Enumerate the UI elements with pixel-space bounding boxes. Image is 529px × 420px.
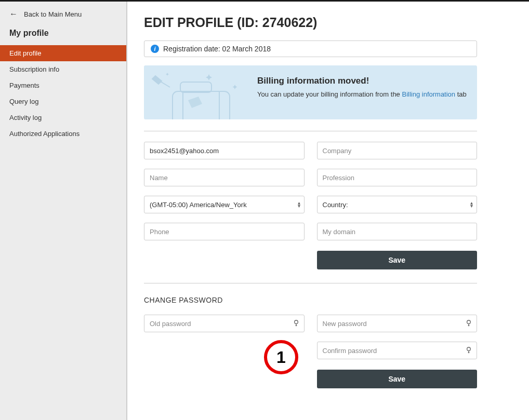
- info-icon: i: [151, 45, 159, 53]
- timezone-select[interactable]: (GMT-05:00) America/New_York: [144, 196, 305, 213]
- sidebar: ← Back to Main Menu My profile Edit prof…: [0, 2, 127, 420]
- domain-field[interactable]: [317, 223, 478, 240]
- suitcase-illustration: [144, 65, 248, 119]
- sidebar-item-subscription-info[interactable]: Subscription info: [0, 61, 126, 77]
- billing-notice-post: tab: [455, 90, 467, 98]
- key-icon: [465, 319, 473, 328]
- page-title: EDIT PROFILE (ID: 2740622): [144, 15, 477, 30]
- svg-point-5: [467, 320, 471, 324]
- change-password-heading: CHANGE PASSWORD: [144, 296, 477, 304]
- sidebar-item-authorized-applications[interactable]: Authorized Applications: [0, 126, 126, 142]
- password-form: [144, 315, 477, 359]
- sidebar-item-edit-profile[interactable]: Edit profile: [0, 45, 126, 61]
- sidebar-item-activity-log[interactable]: Activity log: [0, 110, 126, 126]
- annotation-number: 1: [276, 348, 286, 367]
- new-password-field[interactable]: [317, 315, 478, 332]
- name-field[interactable]: [144, 169, 305, 186]
- svg-point-6: [467, 347, 471, 351]
- divider: [144, 283, 477, 283]
- svg-point-4: [294, 320, 298, 324]
- back-to-main-link[interactable]: ← Back to Main Menu: [0, 2, 126, 25]
- company-field[interactable]: [317, 142, 478, 159]
- billing-information-link[interactable]: Billing information: [402, 90, 455, 98]
- divider: [144, 131, 477, 131]
- country-select[interactable]: Country:: [317, 196, 478, 213]
- billing-notice-text: Billing information moved! You can updat…: [248, 65, 477, 119]
- arrow-left-icon: ←: [9, 10, 18, 18]
- svg-rect-0: [173, 91, 230, 119]
- sidebar-item-query-log[interactable]: Query log: [0, 93, 126, 110]
- profile-form: (GMT-05:00) America/New_York ▴▾ Country:…: [144, 142, 477, 240]
- confirm-password-field[interactable]: [317, 342, 478, 359]
- save-profile-button[interactable]: Save: [317, 251, 478, 269]
- phone-field[interactable]: [144, 223, 305, 240]
- billing-notice-pre: You can update your billing information …: [257, 90, 402, 98]
- sidebar-title: My profile: [0, 25, 126, 45]
- key-icon: [465, 346, 473, 355]
- sidebar-item-payments[interactable]: Payments: [0, 77, 126, 93]
- registration-banner: i Registration date: 02 March 2018: [144, 40, 477, 57]
- key-icon: [292, 319, 300, 328]
- email-field[interactable]: [144, 142, 305, 159]
- billing-moved-banner: Billing information moved! You can updat…: [144, 65, 477, 119]
- registration-date-text: Registration date: 02 March 2018: [163, 45, 271, 53]
- billing-notice-heading: Billing information moved!: [257, 76, 468, 86]
- old-password-field[interactable]: [144, 315, 305, 332]
- annotation-marker-1: 1: [264, 340, 298, 374]
- profession-field[interactable]: [317, 169, 478, 186]
- sidebar-nav: Edit profile Subscription info Payments …: [0, 45, 126, 142]
- back-link-label: Back to Main Menu: [24, 10, 82, 18]
- main-content: EDIT PROFILE (ID: 2740622) i Registratio…: [127, 2, 529, 420]
- save-password-button[interactable]: Save: [317, 370, 478, 388]
